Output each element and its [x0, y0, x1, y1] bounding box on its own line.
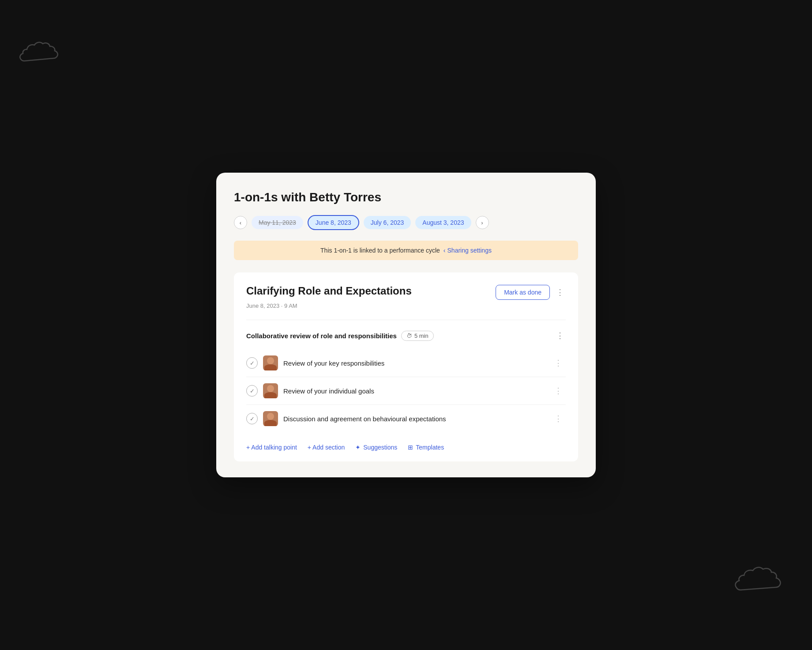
page-title: 1-on-1s with Betty Torres: [234, 190, 578, 204]
card-header: Clarifying Role and Expectations Mark as…: [246, 285, 566, 300]
checkbox-2[interactable]: ✓: [246, 385, 258, 397]
talking-point-options-1[interactable]: ⋮: [551, 356, 566, 370]
prev-date-button[interactable]: ‹: [234, 216, 247, 229]
date-pill-june[interactable]: June 8, 2023: [308, 215, 359, 230]
section-options-button[interactable]: ⋮: [554, 329, 566, 342]
checkbox-3[interactable]: ✓: [246, 413, 258, 424]
clock-icon: ⏱: [406, 333, 412, 339]
talking-point-text-1: Review of your key responsibilities: [283, 359, 545, 367]
avatar-2: [263, 383, 278, 398]
performance-cycle-banner: This 1-on-1 is linked to a performance c…: [234, 241, 578, 260]
footer-actions: + Add talking point + Add section ✦ Sugg…: [246, 442, 566, 451]
date-pill-may[interactable]: May 11, 2023: [252, 216, 303, 229]
card-actions: Mark as done ⋮: [496, 285, 566, 300]
sharing-settings-icon: ‹: [444, 247, 446, 254]
check-icon-2: ✓: [250, 388, 255, 394]
date-pill-august[interactable]: August 3, 2023: [415, 216, 471, 229]
section-title-group: Collaborative review of role and respons…: [246, 331, 434, 341]
talking-point-text-3: Discussion and agreement on behavioural …: [283, 415, 545, 423]
meeting-title: Clarifying Role and Expectations: [246, 285, 412, 297]
meeting-date: June 8, 2023 · 9 AM: [246, 302, 566, 309]
time-badge: ⏱ 5 min: [401, 331, 434, 341]
checkbox-1[interactable]: ✓: [246, 357, 258, 369]
talking-points-list: ✓ Review of your key responsibilities ⋮ …: [246, 349, 566, 432]
cloud-decoration-bottomright: [733, 560, 786, 606]
avatar-3: [263, 411, 278, 426]
talking-point-text-2: Review of your individual goals: [283, 387, 545, 395]
templates-icon: ⊞: [408, 444, 413, 451]
meeting-card: Clarifying Role and Expectations Mark as…: [234, 272, 578, 461]
check-icon-1: ✓: [250, 360, 255, 367]
avatar-1: [263, 355, 278, 370]
talking-point-1: ✓ Review of your key responsibilities ⋮: [246, 349, 566, 377]
meeting-options-button[interactable]: ⋮: [554, 286, 566, 299]
talking-point-options-3[interactable]: ⋮: [551, 412, 566, 425]
banner-text: This 1-on-1 is linked to a performance c…: [320, 247, 440, 254]
add-talking-point-button[interactable]: + Add talking point: [246, 444, 297, 451]
main-modal: 1-on-1s with Betty Torres ‹ May 11, 2023…: [216, 173, 596, 477]
date-pill-july[interactable]: July 6, 2023: [364, 216, 411, 229]
mark-as-done-button[interactable]: Mark as done: [496, 285, 550, 300]
check-icon-3: ✓: [250, 416, 255, 422]
suggestions-button[interactable]: ✦ Suggestions: [355, 444, 397, 451]
sharing-settings-link[interactable]: ‹ Sharing settings: [444, 247, 492, 254]
suggestions-icon: ✦: [355, 444, 361, 451]
templates-button[interactable]: ⊞ Templates: [408, 444, 444, 451]
talking-point-2: ✓ Review of your individual goals ⋮: [246, 377, 566, 405]
time-label: 5 min: [414, 333, 429, 339]
next-date-button[interactable]: ›: [476, 216, 489, 229]
cloud-decoration-topleft: [18, 35, 62, 76]
date-navigation: ‹ May 11, 2023 June 8, 2023 July 6, 2023…: [234, 215, 578, 230]
card-divider: [246, 320, 566, 320]
section-title-text: Collaborative review of role and respons…: [246, 332, 397, 340]
talking-point-3: ✓ Discussion and agreement on behavioura…: [246, 405, 566, 432]
add-section-button[interactable]: + Add section: [308, 444, 345, 451]
section-header: Collaborative review of role and respons…: [246, 329, 566, 342]
talking-point-options-2[interactable]: ⋮: [551, 384, 566, 397]
